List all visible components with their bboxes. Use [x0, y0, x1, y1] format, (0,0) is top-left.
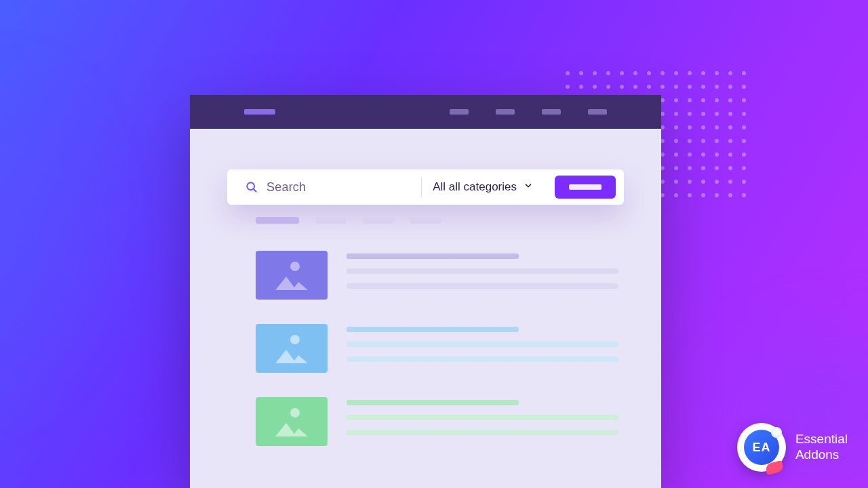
- result-text: [347, 251, 624, 300]
- browser-topbar: [190, 95, 661, 129]
- chevron-down-icon: [524, 180, 533, 194]
- svg-line-1: [254, 189, 256, 192]
- nav-link[interactable]: [542, 109, 561, 115]
- result-thumbnail: [256, 251, 328, 300]
- filter-tab[interactable]: [315, 217, 347, 224]
- submit-label-placeholder: [569, 184, 601, 190]
- search-bar: Search All all categories: [227, 169, 624, 205]
- page-body: Search All all categories: [190, 129, 661, 446]
- divider: [421, 178, 422, 197]
- brand-name-line2: Addons: [795, 447, 848, 463]
- image-icon: [290, 335, 300, 344]
- search-submit-button[interactable]: [555, 176, 616, 199]
- result-thumbnail: [256, 397, 328, 446]
- brand-placeholder: [244, 109, 275, 115]
- brand-badge: EA Essential Addons: [737, 423, 848, 472]
- result-thumbnail: [256, 324, 328, 373]
- brand-name: Essential Addons: [795, 432, 848, 463]
- badge-dot-icon: [771, 427, 782, 438]
- result-title-placeholder: [347, 327, 519, 332]
- image-icon: [290, 408, 300, 418]
- category-label: All all categories: [433, 180, 517, 194]
- result-body-placeholder: [347, 283, 618, 289]
- brand-name-line1: Essential: [795, 432, 848, 447]
- result-item[interactable]: [256, 251, 624, 300]
- result-item[interactable]: [256, 397, 624, 446]
- result-item[interactable]: [256, 324, 624, 373]
- result-body-placeholder: [347, 357, 618, 362]
- result-body-placeholder: [347, 268, 618, 274]
- result-body-placeholder: [347, 430, 618, 435]
- background-wave-left: [0, 68, 203, 474]
- result-text: [347, 324, 624, 373]
- brand-logo: EA: [737, 423, 786, 472]
- result-body-placeholder: [347, 415, 618, 420]
- result-title-placeholder: [347, 253, 519, 259]
- search-icon: [245, 180, 258, 194]
- nav-link[interactable]: [588, 109, 607, 115]
- filter-tab[interactable]: [363, 217, 394, 224]
- result-body-placeholder: [347, 342, 618, 347]
- result-title-placeholder: [347, 400, 519, 405]
- brand-mark: EA: [752, 441, 770, 455]
- result-text: [347, 397, 624, 446]
- results-list: [227, 251, 624, 446]
- filter-tab[interactable]: [410, 217, 441, 224]
- filter-tab[interactable]: [256, 217, 299, 224]
- filter-tabs: [256, 217, 624, 224]
- category-dropdown[interactable]: All all categories: [425, 180, 541, 194]
- nav-link[interactable]: [450, 109, 469, 115]
- nav-link[interactable]: [496, 109, 515, 115]
- browser-window: Search All all categories: [190, 95, 661, 488]
- image-icon: [290, 262, 300, 271]
- search-input[interactable]: Search: [267, 180, 414, 195]
